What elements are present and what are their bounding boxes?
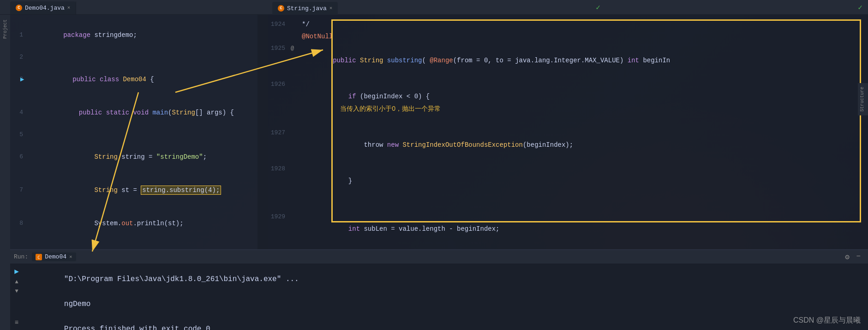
- right-line-1929-empty: [268, 199, 868, 211]
- run-tab-close[interactable]: ×: [69, 254, 72, 260]
- scroll-down-button[interactable]: ▼: [15, 288, 18, 294]
- left-side-panels: Project: [0, 15, 10, 330]
- checkmark-left: ✓: [596, 3, 600, 12]
- run-label: Run:: [14, 253, 28, 260]
- run-tab-demo04[interactable]: C Demo04 ×: [32, 252, 76, 261]
- right-line-1928: 1928 }: [268, 163, 868, 199]
- run-command-line: "D:\Program Files\Java\jdk1.8.0_261\bin\…: [29, 267, 862, 292]
- tab-bar: C Demo04.java × C String.java × ✓ ✓: [0, 0, 868, 15]
- tab-icon-string: C: [278, 5, 284, 12]
- run-tab-bar: Run: C Demo04 × ⚙ −: [10, 250, 868, 264]
- code-line-8: 8 System.out.println(st);: [10, 207, 268, 240]
- run-output-finished: Process finished with exit code 0: [29, 317, 862, 330]
- scroll-up-button[interactable]: ▲: [15, 279, 18, 285]
- structure-tab[interactable]: Structure: [858, 83, 868, 115]
- run-panel: Run: C Demo04 × ⚙ − ▶ ▲ ▼ ≡ "D:\Program …: [10, 249, 868, 330]
- tab-string[interactable]: C String.java ×: [272, 2, 338, 15]
- tab-close-demo04[interactable]: ×: [67, 5, 71, 11]
- code-line-6: 6 String string = "stringDemo";: [10, 140, 268, 174]
- tab-label-string: String.java: [287, 5, 327, 12]
- svg-text:C: C: [38, 255, 40, 260]
- run-tab-icon: C: [36, 254, 42, 260]
- csdn-watermark: CSDN @星辰与晨曦: [793, 316, 861, 325]
- right-line-1926: 1926 if (beginIndex < 0) { 当传入的索引小于0，抛出一…: [268, 78, 868, 127]
- sort-icon[interactable]: ≡: [15, 319, 18, 326]
- right-line-1929: 1929 int subLen = value.length - beginIn…: [268, 211, 868, 247]
- code-line-1: 1 package stringdemo;: [10, 18, 268, 52]
- tab-label-demo04: Demo04.java: [25, 5, 65, 12]
- code-line-3: 3 ▶ public class Demo04 {: [10, 63, 268, 96]
- right-line-notnull: @NotNull: [268, 30, 868, 42]
- run-output: "D:\Program Files\Java\jdk1.8.0_261\bin\…: [23, 264, 868, 330]
- run-output-ngdemo: ngDemo: [29, 292, 862, 317]
- project-tab[interactable]: Project: [2, 17, 9, 42]
- minimize-icon[interactable]: −: [856, 252, 861, 261]
- run-tab-label: Demo04: [45, 253, 66, 260]
- run-play-button[interactable]: ▶: [14, 267, 19, 276]
- code-line-4: 4 public static void main(String[] args)…: [10, 96, 268, 129]
- code-line-7: 7 String st = string.substring(4);: [10, 174, 268, 207]
- right-line-1925: 1925 @ public String substring( @Range(f…: [268, 42, 868, 78]
- tab-demo04[interactable]: C Demo04.java ×: [10, 1, 76, 14]
- settings-icon[interactable]: ⚙: [845, 252, 850, 262]
- checkmark-right: ✓: [858, 3, 862, 12]
- tab-icon-demo04: C: [16, 5, 22, 11]
- right-line-1927: 1927 throw new StringIndexOutOfBoundsExc…: [268, 127, 868, 163]
- right-line-1924: 1924 */: [268, 18, 868, 30]
- code-line-5: 5: [10, 129, 268, 140]
- tab-close-string[interactable]: ×: [329, 6, 333, 11]
- code-line-2: 2: [10, 52, 268, 63]
